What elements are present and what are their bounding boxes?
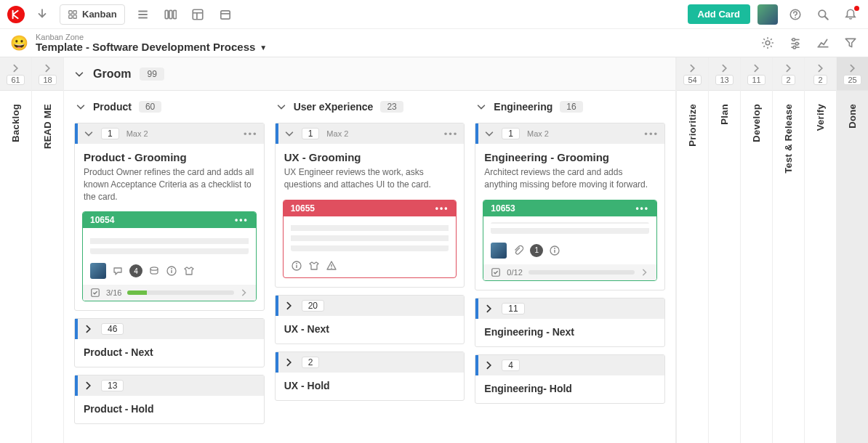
chevron-down-icon — [484, 129, 494, 139]
next-section: 20 UX - Next — [275, 295, 465, 344]
section-header[interactable]: 2 — [276, 352, 465, 373]
more-icon[interactable]: ••• — [644, 129, 659, 139]
hold-section: 13 Product - Hold — [74, 375, 265, 424]
collapsed-column-verify[interactable]: 2 Verify — [804, 57, 836, 443]
section-header[interactable]: 1 Max 2 ••• — [75, 123, 264, 144]
collapsed-column-readme[interactable]: 18 READ ME — [32, 57, 64, 443]
assignee-avatar[interactable] — [491, 243, 507, 259]
download-icon[interactable] — [32, 4, 52, 25]
collapsed-column-test-release[interactable]: 2 Test & Release — [772, 57, 804, 443]
section-header[interactable]: 1 Max 2 ••• — [276, 123, 465, 144]
chevron-right-icon[interactable] — [240, 288, 249, 297]
checklist-icon — [491, 267, 501, 277]
chevron-right-icon — [284, 357, 294, 367]
card-id: 10654 — [90, 215, 114, 225]
chevron-down-icon — [476, 102, 486, 112]
help-icon[interactable] — [785, 4, 805, 25]
info-icon — [166, 265, 177, 277]
collapsed-column-backlog[interactable]: 61 Backlog — [0, 57, 32, 443]
info-icon — [291, 260, 302, 272]
lane-ux: User eXperience 23 1 Max 2 ••• UX - Groo… — [275, 98, 465, 436]
section-header[interactable]: 13 — [75, 375, 264, 396]
chevron-right-icon — [484, 304, 494, 314]
view-layout-icon[interactable] — [188, 4, 208, 25]
search-icon[interactable] — [813, 4, 833, 25]
view-calendar-icon[interactable] — [215, 4, 236, 25]
kanban-card[interactable]: 10653••• 1 0/12 — [483, 200, 657, 281]
lane-header[interactable]: Engineering 16 — [475, 98, 665, 115]
chevron-down-icon — [84, 129, 94, 139]
more-icon[interactable]: ••• — [444, 129, 459, 139]
chevron-down-icon — [74, 69, 84, 79]
lane-engineering: Engineering 16 1 Max 2 ••• Engineering -… — [475, 98, 665, 436]
lane-product: Product 60 1 Max 2 ••• Product - Groomin… — [74, 98, 265, 436]
checklist-icon — [90, 288, 100, 298]
chevron-right-icon — [84, 324, 94, 334]
groom-lanes: Product 60 1 Max 2 ••• Product - Groomin… — [64, 91, 675, 443]
collapsed-column-develop[interactable]: 11 Develop — [740, 57, 772, 443]
more-icon[interactable]: ••• — [244, 129, 258, 139]
card-title-blurred — [491, 222, 649, 234]
notifications-icon[interactable] — [840, 4, 861, 25]
collapsed-column-plan[interactable]: 13 Plan — [708, 57, 740, 443]
lane-header[interactable]: User eXperience 23 — [275, 98, 465, 115]
card-more-icon[interactable]: ••• — [435, 203, 449, 214]
chevron-right-icon — [43, 63, 53, 73]
view-list-icon[interactable] — [132, 4, 153, 25]
kanban-board: 61 Backlog 18 READ ME Groom 99 Product — [0, 57, 868, 443]
lane-header[interactable]: Product 60 — [74, 98, 265, 115]
kanban-card[interactable]: 10654••• 4 3/16 — [82, 211, 257, 301]
card-title-blurred — [291, 222, 449, 251]
app-logo[interactable] — [7, 6, 25, 23]
chevron-right-icon — [484, 360, 494, 370]
filter-icon[interactable] — [840, 33, 861, 53]
comment-count: 4 — [129, 264, 142, 277]
chevron-right-icon — [688, 63, 698, 73]
sliders-icon[interactable] — [785, 33, 805, 53]
hold-section: 2 UX - Hold — [275, 351, 465, 401]
groom-title: Groom — [93, 68, 131, 81]
groom-header[interactable]: Groom 99 — [64, 57, 675, 91]
card-more-icon[interactable]: ••• — [235, 215, 249, 225]
attachment-icon — [513, 245, 524, 256]
section-header[interactable]: 46 — [75, 319, 264, 339]
assignee-avatar[interactable] — [90, 263, 106, 279]
attachment-count: 1 — [530, 244, 543, 257]
card-title-blurred — [90, 234, 249, 254]
section-header[interactable]: 11 — [475, 298, 664, 319]
groom-count: 99 — [140, 68, 164, 81]
grooming-section: 1 Max 2 ••• Engineering - Grooming Archi… — [475, 123, 665, 290]
hold-section: 4 Engineering- Hold — [475, 354, 665, 404]
chevron-down-icon — [284, 129, 294, 139]
chevron-right-icon — [84, 381, 94, 391]
chevron-right-icon — [284, 301, 294, 311]
left-collapsed-stack: 61 Backlog 18 READ ME — [0, 57, 64, 443]
card-id: 10655 — [291, 203, 315, 214]
collapsed-column-done[interactable]: 25 Done — [836, 57, 868, 443]
section-header[interactable]: 4 — [475, 355, 664, 375]
right-collapsed-stack: 54 Prioritize 13 Plan 11 Develop 2 Test … — [676, 57, 868, 443]
column-label: READ ME — [42, 104, 53, 149]
points-icon — [148, 265, 160, 277]
board-emoji-icon: 😀 — [10, 34, 28, 52]
settings-icon[interactable] — [758, 33, 778, 53]
chart-icon[interactable] — [813, 33, 833, 53]
chevron-right-icon[interactable] — [640, 268, 649, 277]
breadcrumb-title[interactable]: Template - Software Development Process … — [36, 41, 267, 54]
kanban-card[interactable]: 10655••• — [283, 200, 457, 278]
chevron-right-icon — [848, 63, 858, 73]
chevron-right-icon — [11, 63, 21, 73]
card-progress: 0/12 — [483, 264, 656, 280]
chevron-right-icon — [720, 63, 730, 73]
section-header[interactable]: 1 Max 2 ••• — [475, 123, 664, 144]
card-more-icon[interactable]: ••• — [635, 203, 649, 214]
user-avatar[interactable] — [758, 4, 778, 25]
column-label: Backlog — [10, 104, 21, 142]
view-columns-icon[interactable] — [160, 4, 180, 25]
section-header[interactable]: 20 — [276, 296, 465, 316]
collapsed-column-prioritize[interactable]: 54 Prioritize — [676, 57, 708, 443]
add-card-button[interactable]: Add Card — [688, 4, 751, 24]
comment-icon — [112, 265, 124, 277]
info-icon — [549, 245, 560, 256]
view-kanban-pill[interactable]: Kanban — [60, 4, 125, 25]
